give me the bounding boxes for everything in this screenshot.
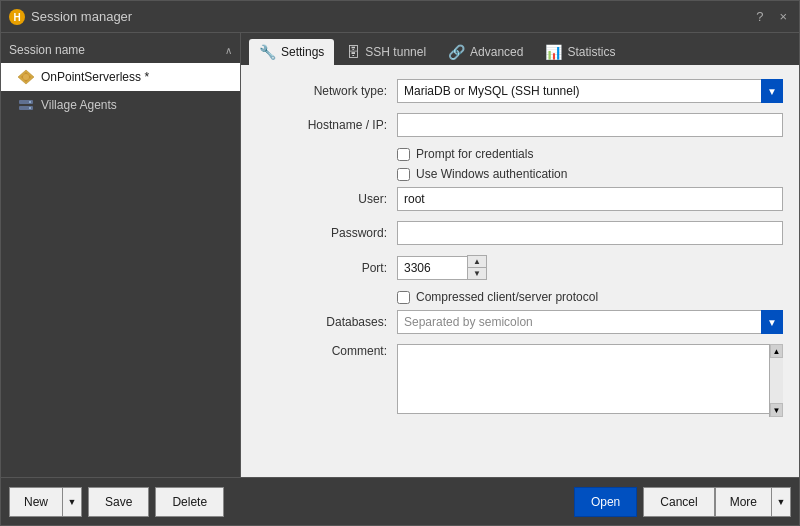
form-area: Network type: MariaDB or MySQL (SSH tunn… [241,65,799,477]
sidebar-header-label: Session name [9,43,221,57]
network-type-row: Network type: MariaDB or MySQL (SSH tunn… [257,79,783,103]
windows-auth-checkbox[interactable] [397,168,410,181]
tab-statistics[interactable]: 📊 Statistics [535,39,625,65]
network-type-select-wrapper: MariaDB or MySQL (SSH tunnel) MariaDB or… [397,79,783,103]
window-title: Session manager [31,9,132,24]
port-wrapper: ▲ ▼ [397,255,487,280]
comment-row: Comment: ▲ ▼ [257,344,783,417]
comment-scrollbar: ▲ ▼ [769,344,783,417]
user-input[interactable] [397,187,783,211]
user-row: User: [257,187,783,211]
port-label: Port: [257,261,397,275]
title-bar-left: H Session manager [9,9,132,25]
databases-select-wrapper: Separated by semicolon ▼ [397,310,783,334]
sort-arrow-icon: ∧ [225,45,232,56]
hostname-row: Hostname / IP: [257,113,783,137]
databases-row: Databases: Separated by semicolon ▼ [257,310,783,334]
sidebar-item-onpoint[interactable]: OnPointServerless * [1,63,240,91]
password-row: Password: [257,221,783,245]
sidebar-item-village[interactable]: Village Agents [1,91,240,119]
hostname-input[interactable] [397,113,783,137]
session-manager-window: H Session manager ? × Session name ∧ [0,0,800,526]
more-button[interactable]: More [715,487,771,517]
databases-label: Databases: [257,315,397,329]
sidebar-item-label-village: Village Agents [41,98,117,112]
main-panel: 🔧 Settings 🗄 SSH tunnel 🔗 Advanced 📊 Sta… [241,33,799,477]
svg-text:H: H [13,12,20,23]
scrollbar-track [770,358,783,403]
prompt-credentials-checkbox[interactable] [397,148,410,161]
open-button[interactable]: Open [574,487,637,517]
leaf-icon [17,68,35,86]
save-button[interactable]: Save [88,487,149,517]
hostname-label: Hostname / IP: [257,118,397,132]
network-type-label: Network type: [257,84,397,98]
comment-textarea-wrapper: ▲ ▼ [397,344,783,417]
help-button[interactable]: ? [752,7,767,26]
statistics-tab-icon: 📊 [545,44,562,60]
sidebar: Session name ∧ OnPointServerless * [1,33,241,477]
port-spinners: ▲ ▼ [467,255,487,280]
cancel-button[interactable]: Cancel [643,487,714,517]
tabs-bar: 🔧 Settings 🗄 SSH tunnel 🔗 Advanced 📊 Sta… [241,33,799,65]
svg-point-8 [29,107,31,109]
compressed-protocol-checkbox[interactable] [397,291,410,304]
new-button-wrapper: New ▼ [9,487,82,517]
advanced-tab-icon: 🔗 [448,44,465,60]
user-label: User: [257,192,397,206]
tab-statistics-label: Statistics [567,45,615,59]
tab-advanced-label: Advanced [470,45,523,59]
settings-tab-icon: 🔧 [259,44,276,60]
bottom-bar: New ▼ Save Delete Open Cancel More ▼ [1,477,799,525]
more-dropdown-button[interactable]: ▼ [771,487,791,517]
port-input[interactable] [397,256,467,280]
tab-advanced[interactable]: 🔗 Advanced [438,39,533,65]
tab-ssh-tunnel[interactable]: 🗄 SSH tunnel [336,39,436,65]
title-bar: H Session manager ? × [1,1,799,33]
sidebar-header[interactable]: Session name ∧ [1,37,240,63]
app-icon: H [9,9,25,25]
databases-select[interactable]: Separated by semicolon [397,310,783,334]
server-icon [17,96,35,114]
prompt-credentials-label: Prompt for credentials [416,147,533,161]
windows-auth-row: Use Windows authentication [397,167,783,181]
network-type-select[interactable]: MariaDB or MySQL (SSH tunnel) MariaDB or… [397,79,783,103]
more-button-wrapper: More ▼ [715,487,791,517]
delete-button[interactable]: Delete [155,487,224,517]
title-bar-controls: ? × [752,7,791,26]
comment-label: Comment: [257,344,397,358]
compressed-protocol-label: Compressed client/server protocol [416,290,598,304]
tab-settings-label: Settings [281,45,324,59]
new-dropdown-button[interactable]: ▼ [62,487,82,517]
new-button[interactable]: New [9,487,62,517]
tab-ssh-label: SSH tunnel [365,45,426,59]
svg-point-4 [23,74,29,80]
content-area: Session name ∧ OnPointServerless * [1,33,799,477]
scrollbar-down-button[interactable]: ▼ [770,403,783,417]
svg-point-7 [29,101,31,103]
password-label: Password: [257,226,397,240]
prompt-credentials-row: Prompt for credentials [397,147,783,161]
tab-settings[interactable]: 🔧 Settings [249,39,334,65]
ssh-tab-icon: 🗄 [346,44,360,60]
port-row: Port: ▲ ▼ [257,255,783,280]
scrollbar-up-button[interactable]: ▲ [770,344,783,358]
sidebar-item-label-onpoint: OnPointServerless * [41,70,149,84]
compressed-protocol-row: Compressed client/server protocol [397,290,783,304]
port-decrement-button[interactable]: ▼ [468,268,486,279]
windows-auth-label: Use Windows authentication [416,167,567,181]
password-input[interactable] [397,221,783,245]
port-increment-button[interactable]: ▲ [468,256,486,267]
comment-input[interactable] [397,344,783,414]
close-button[interactable]: × [775,7,791,26]
